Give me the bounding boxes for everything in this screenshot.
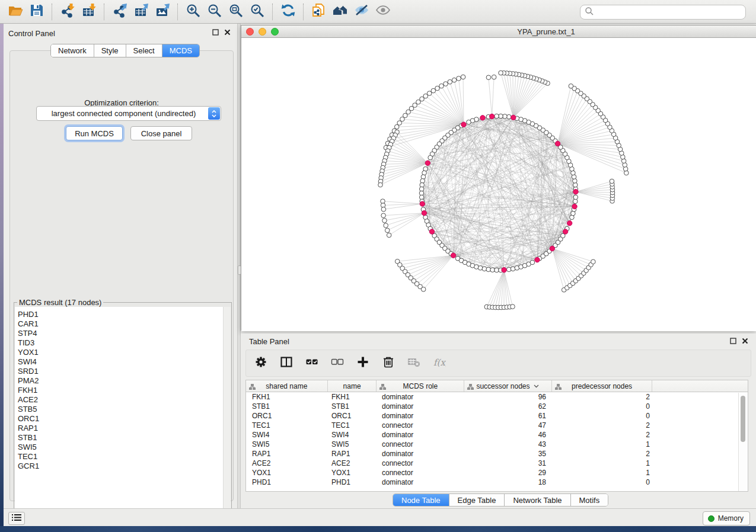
cell-mcds-role: dominator bbox=[377, 478, 465, 486]
zoom-selected-button[interactable] bbox=[247, 2, 268, 21]
column-header-predecessor-nodes[interactable]: predecessor nodes bbox=[552, 380, 653, 392]
home-networks-button[interactable] bbox=[330, 2, 351, 21]
tab-network[interactable]: Network bbox=[51, 44, 94, 57]
result-node-item[interactable]: PMA2 bbox=[15, 376, 231, 386]
zoom-out-button[interactable] bbox=[204, 2, 225, 21]
table-row[interactable]: ACE2ACE2connector311 bbox=[246, 459, 748, 468]
task-history-button[interactable] bbox=[8, 512, 25, 525]
open-file-button[interactable] bbox=[5, 2, 26, 21]
tab-node-table[interactable]: Node Table bbox=[393, 494, 449, 506]
export-image-button[interactable] bbox=[152, 2, 173, 21]
delete-row-button[interactable] bbox=[381, 355, 396, 371]
table-panel-title: Table Panel bbox=[249, 337, 289, 346]
close-table-panel-icon[interactable] bbox=[741, 337, 749, 345]
result-node-item[interactable]: ORC1 bbox=[15, 414, 231, 424]
search-box[interactable] bbox=[580, 5, 746, 20]
result-node-item[interactable]: RAP1 bbox=[15, 424, 231, 433]
column-header-mcds-role[interactable]: MCDS role bbox=[377, 380, 464, 392]
mcds-result-list[interactable]: PHD1CAR1STP4TID3YOX1SWI4SRD1PMA2FKH1ACE2… bbox=[15, 307, 231, 519]
result-node-item[interactable]: CAR1 bbox=[15, 319, 231, 329]
tab-motifs[interactable]: Motifs bbox=[570, 494, 608, 506]
memory-button[interactable]: Memory bbox=[703, 511, 750, 525]
result-node-item[interactable]: STB5 bbox=[15, 405, 231, 414]
close-window-light[interactable] bbox=[246, 28, 254, 36]
tab-mcds[interactable]: MCDS bbox=[162, 44, 199, 57]
column-header-name[interactable]: name bbox=[328, 380, 377, 392]
table-row[interactable]: PHD1PHD1dominator180 bbox=[246, 477, 748, 487]
network-window-titlebar[interactable]: YPA_prune.txt_1 bbox=[241, 25, 756, 38]
home-networks-icon bbox=[333, 3, 348, 21]
cell-shared-name: SWI5 bbox=[246, 440, 328, 448]
column-header-successor-nodes[interactable]: successor nodes bbox=[464, 380, 552, 392]
zoom-in-button[interactable] bbox=[183, 2, 204, 21]
result-node-item[interactable]: YOX1 bbox=[15, 348, 231, 357]
table-scrollbar-thumb[interactable] bbox=[741, 396, 745, 442]
result-node-item[interactable]: TID3 bbox=[15, 338, 231, 348]
close-panel-button[interactable]: Close panel bbox=[130, 126, 192, 140]
cell-shared-name: SWI4 bbox=[246, 431, 328, 439]
svg-text:f(x): f(x) bbox=[433, 357, 446, 368]
criterion-dropdown[interactable]: largest connected component (undirected) bbox=[36, 106, 221, 121]
result-node-item[interactable]: STP4 bbox=[15, 329, 231, 338]
table-scrollbar[interactable] bbox=[738, 393, 748, 491]
refresh-layout-button[interactable] bbox=[277, 2, 299, 21]
cell-name: RAP1 bbox=[328, 450, 377, 458]
deselect-checks-button[interactable] bbox=[330, 355, 345, 371]
table-row[interactable]: FKH1FKH1dominator962 bbox=[246, 392, 748, 402]
zoom-window-light[interactable] bbox=[271, 28, 279, 36]
delete-table-button bbox=[406, 355, 422, 371]
result-node-item[interactable]: SRD1 bbox=[15, 367, 231, 376]
result-node-item[interactable]: SWI4 bbox=[15, 357, 231, 367]
tab-edge-table[interactable]: Edge Table bbox=[449, 494, 505, 506]
show-all-button[interactable] bbox=[372, 2, 394, 21]
table-row[interactable]: TEC1TEC1connector472 bbox=[246, 421, 748, 430]
cell-name: PHD1 bbox=[328, 478, 377, 486]
cell-mcds-role: dominator bbox=[377, 450, 465, 458]
table-settings-button[interactable] bbox=[253, 355, 269, 371]
table-row[interactable]: YOX1YOX1connector291 bbox=[246, 468, 748, 477]
add-row-button[interactable] bbox=[355, 355, 371, 371]
export-table-button[interactable] bbox=[130, 2, 152, 21]
tab-select[interactable]: Select bbox=[126, 44, 162, 57]
run-mcds-button[interactable]: Run MCDS bbox=[66, 126, 123, 140]
table-row[interactable]: STB1STB1dominator620 bbox=[246, 402, 748, 411]
table-row[interactable]: SWI5SWI5connector431 bbox=[246, 440, 748, 449]
export-network-button[interactable] bbox=[109, 2, 130, 21]
application-window: Control Panel NetworkStyleSelectMCDS Opt… bbox=[0, 0, 756, 532]
float-table-panel-icon[interactable] bbox=[729, 337, 737, 345]
table-row[interactable]: RAP1RAP1dominator352 bbox=[246, 449, 748, 459]
result-node-item[interactable]: SWI5 bbox=[15, 443, 231, 452]
result-node-item[interactable]: STB1 bbox=[15, 433, 231, 443]
column-header-shared-name[interactable]: shared name bbox=[246, 380, 328, 392]
search-input[interactable] bbox=[594, 7, 745, 17]
select-checks-button[interactable] bbox=[304, 355, 320, 371]
cell-shared-name: RAP1 bbox=[246, 450, 328, 458]
select-checks-icon bbox=[305, 355, 318, 371]
result-node-item[interactable]: PHD1 bbox=[15, 310, 231, 319]
tab-network-table[interactable]: Network Table bbox=[504, 494, 570, 506]
table-row[interactable]: ORC1ORC1dominator610 bbox=[246, 411, 748, 421]
hide-selected-button[interactable] bbox=[351, 2, 372, 21]
float-panel-icon[interactable] bbox=[212, 28, 219, 36]
zoom-fit-button[interactable] bbox=[225, 2, 247, 21]
close-panel-icon[interactable] bbox=[224, 28, 231, 36]
save-session-button[interactable] bbox=[26, 2, 47, 21]
cell-predecessor: 0 bbox=[553, 412, 653, 420]
duplicate-network-button[interactable] bbox=[308, 2, 330, 21]
minimize-window-light[interactable] bbox=[259, 28, 266, 36]
result-node-item[interactable]: TEC1 bbox=[15, 452, 231, 462]
result-node-item[interactable]: ACE2 bbox=[15, 395, 231, 405]
import-network-button[interactable] bbox=[57, 2, 78, 21]
node-table-body: FKH1FKH1dominator962STB1STB1dominator620… bbox=[246, 392, 748, 487]
network-graph[interactable] bbox=[241, 38, 756, 331]
tab-style[interactable]: Style bbox=[94, 44, 126, 57]
table-settings-icon bbox=[254, 355, 267, 371]
table-row[interactable]: SWI4SWI4dominator462 bbox=[246, 430, 748, 440]
cell-predecessor: 1 bbox=[553, 440, 653, 448]
sort-chevron-icon[interactable] bbox=[534, 384, 539, 388]
mcds-result-scrollbar[interactable] bbox=[223, 307, 231, 519]
result-node-item[interactable]: GCR1 bbox=[15, 462, 231, 471]
import-table-button[interactable] bbox=[78, 2, 100, 21]
split-columns-button[interactable] bbox=[279, 355, 294, 371]
result-node-item[interactable]: FKH1 bbox=[15, 386, 231, 395]
